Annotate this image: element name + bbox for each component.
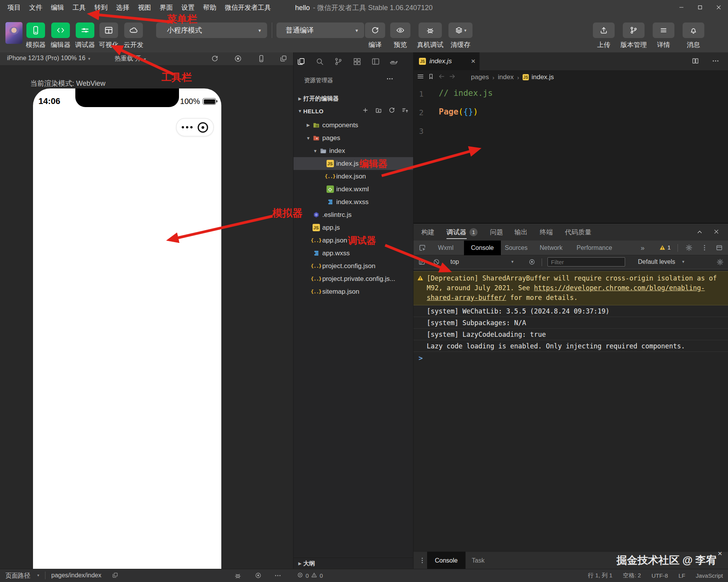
outline-section[interactable]: ▶ 大纲 (293, 558, 414, 569)
menu-item[interactable]: 界面 (155, 3, 177, 12)
project-refresh-button[interactable] (388, 107, 395, 115)
toolbar-action-upload[interactable]: 上传 (593, 23, 615, 38)
inspect-page-button[interactable] (255, 573, 262, 580)
code-line[interactable]: 3 (414, 122, 728, 140)
devtools-tab-wxml[interactable]: Wxml (438, 241, 453, 255)
tree-item-index-wxss[interactable]: index.wxss (294, 196, 413, 208)
console-eye-button[interactable] (528, 260, 535, 267)
console-context-select[interactable]: top (450, 258, 459, 265)
tree-item-app-js[interactable]: JSapp.js (294, 221, 413, 234)
tree-item-index[interactable]: ▼index (294, 144, 413, 157)
toolbar-button-sliders[interactable]: 调试器 (76, 23, 94, 38)
arrow-left-icon[interactable] (438, 73, 445, 80)
devtools-tab-performance[interactable]: Performance (577, 241, 612, 255)
maximize-button[interactable] (691, 0, 709, 15)
project-plus-button[interactable] (362, 107, 369, 115)
breadcrumb-item[interactable]: index (498, 73, 514, 81)
activity-files-button[interactable] (297, 57, 306, 66)
devtools-warning-badge[interactable]: 1 (659, 244, 671, 251)
tree-item-app-json[interactable]: {..}app.json调试器 (294, 234, 413, 247)
console-link[interactable]: https://developer.chrome.com/blog/enabli… (427, 284, 705, 301)
close-button[interactable] (709, 0, 728, 15)
toolbar-button-phone[interactable]: 模拟器 (26, 23, 45, 38)
bottom-menu-button[interactable] (419, 557, 426, 566)
project-collapse-button[interactable] (401, 107, 408, 115)
project-folder-plus-button[interactable] (375, 107, 382, 115)
tab-index-js[interactable]: JS index.js ✕ (414, 52, 480, 70)
toolbar-action-branch[interactable]: 版本管理 (623, 23, 645, 38)
status-item[interactable]: UTF-8 (652, 572, 668, 579)
activity-whale-button[interactable] (389, 57, 398, 66)
status-item[interactable]: 空格: 2 (623, 572, 641, 579)
vconsole-button[interactable] (234, 574, 242, 580)
collapse-panel-button[interactable] (696, 229, 703, 237)
mode-select[interactable]: 小程序模式▾ (156, 23, 267, 38)
devtools-settings-button[interactable] (685, 244, 693, 253)
user-avatar[interactable] (5, 22, 23, 44)
devtools-tab-console[interactable]: Console (464, 241, 501, 255)
menu-item[interactable]: 转到 (90, 3, 112, 12)
panel-tab-1[interactable]: 构建 (421, 223, 434, 241)
tree-item-project-private-config-js-[interactable]: {..}project.private.config.js... (294, 272, 413, 285)
tree-item-components[interactable]: ▶components (294, 119, 413, 132)
panel-tab-5[interactable]: 终端 (540, 223, 553, 241)
tree-item-index-wxml[interactable]: ◇index.wxml (294, 183, 413, 196)
menu-item[interactable]: 文件 (25, 3, 47, 12)
menu-item[interactable]: 编辑 (47, 3, 68, 12)
bottom-tab-task[interactable]: Task (464, 552, 492, 569)
tree-item-index-json[interactable]: {..}index.json (294, 170, 413, 183)
console-filter-input[interactable] (547, 257, 625, 267)
activity-search-button[interactable] (315, 57, 324, 66)
toolbar-action-eye[interactable]: 预览 (390, 23, 410, 38)
devtools-tab-sources[interactable]: Sources (505, 241, 528, 255)
devtools-dock-button[interactable] (716, 244, 723, 253)
inspect-element-button[interactable] (419, 244, 426, 253)
toolbar-action-refresh[interactable]: 编译 (365, 23, 385, 38)
menu-item[interactable]: 微信开发者工具 (221, 3, 275, 12)
more-tabs-button[interactable]: » (641, 241, 645, 255)
menu-item[interactable]: 帮助 (199, 3, 221, 12)
split-editor-button[interactable] (692, 59, 699, 66)
devtools-menu-button[interactable] (701, 244, 708, 253)
sim-phone-button[interactable] (257, 55, 265, 62)
explorer-more-button[interactable] (386, 77, 394, 84)
toolbar-action-bug[interactable]: 真机调试 (419, 23, 442, 38)
sim-copy-button[interactable] (280, 55, 287, 62)
menu-item[interactable]: 设置 (177, 3, 199, 12)
list-icon[interactable] (417, 73, 424, 80)
console-settings-button[interactable] (716, 260, 724, 267)
close-tab-icon[interactable]: ✕ (471, 58, 476, 65)
toolbar-action-bell[interactable]: 消息 (683, 23, 704, 38)
panel-tab-4[interactable]: 输出 (514, 223, 528, 241)
panel-tab-6[interactable]: 代码质量 (565, 223, 591, 241)
activity-blocks-button[interactable] (353, 57, 361, 66)
tree-item-index-js[interactable]: JSindex.js编辑器 (294, 157, 413, 170)
menu-item[interactable]: 项目 (3, 3, 25, 12)
console-prompt[interactable]: > (414, 352, 728, 364)
tree-item-sitemap-json[interactable]: {..}sitemap.json (294, 285, 413, 298)
page-path-select[interactable]: 页面路径 (5, 572, 30, 580)
more-dots-icon[interactable] (182, 126, 193, 128)
device-select[interactable]: iPhone 12/13 (Pro) 100% 16▾ (7, 55, 90, 62)
console-sidebar-button[interactable] (418, 260, 426, 267)
tree-item-app-wxss[interactable]: app.wxss (294, 247, 413, 260)
clear-console-button[interactable] (433, 260, 440, 267)
capsule-close-icon[interactable] (198, 122, 208, 133)
status-item[interactable]: JavaScript (696, 572, 723, 579)
menu-item[interactable]: 选择 (112, 3, 134, 12)
miniprogram-capsule[interactable] (176, 118, 214, 137)
sim-stop-button[interactable] (234, 55, 242, 62)
watermark-close-icon[interactable]: ✕ (718, 550, 723, 557)
toolbar-action-menu[interactable]: 详情 (653, 23, 674, 38)
project-section[interactable]: ▼ HELLO (294, 106, 413, 116)
toolbar-action-layers[interactable]: ▾清缓存 (448, 23, 473, 38)
breadcrumb-item[interactable]: index.js (532, 73, 554, 81)
toolbar-button-layout[interactable]: 可视化 (99, 23, 118, 38)
menu-item[interactable]: 工具 (68, 3, 90, 12)
devtools-tab-network[interactable]: Network (540, 241, 563, 255)
copy-path-button[interactable] (112, 573, 118, 580)
status-item[interactable]: LF (678, 572, 685, 579)
tree-item-pages[interactable]: ▼pages (294, 132, 413, 144)
activity-branch-button[interactable] (334, 57, 343, 66)
panel-tab-3[interactable]: 问题 (490, 223, 503, 241)
